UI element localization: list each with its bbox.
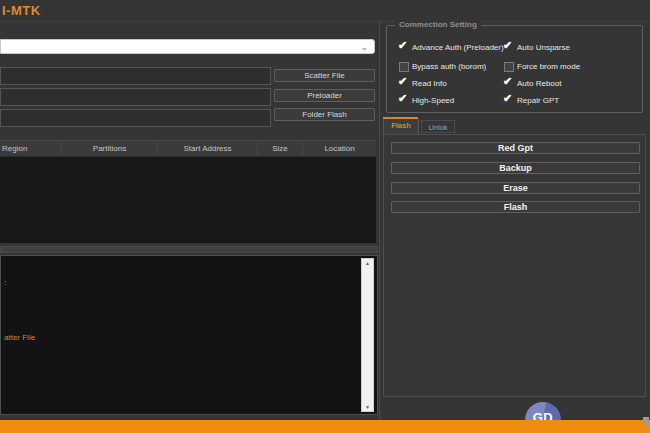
- checkbox-icon[interactable]: [398, 95, 408, 105]
- log-text: : atter File p eset + Frp eset erdata + …: [4, 259, 359, 433]
- resize-grip[interactable]: [643, 417, 649, 425]
- column-header-start-address[interactable]: Start Address: [158, 141, 258, 156]
- checkbox-auto-unsparse[interactable]: Auto Unsparse: [503, 41, 570, 53]
- panel-divider: [379, 21, 380, 433]
- checkbox-auto-reboot[interactable]: Auto Reboot: [503, 77, 561, 89]
- checkbox-read-info[interactable]: Read Info: [398, 77, 447, 89]
- window-title: I-MTK: [2, 3, 41, 18]
- checkbox-icon[interactable]: [503, 78, 513, 88]
- checkbox-icon[interactable]: [398, 78, 408, 88]
- tab-unlok[interactable]: Unlok: [421, 120, 455, 133]
- checkbox-repair-gpt[interactable]: Repair GPT: [503, 94, 559, 106]
- scroll-up-icon[interactable]: ▲: [362, 260, 373, 266]
- column-header-partitions[interactable]: Partitions: [62, 141, 158, 156]
- title-bar: I-MTK: [0, 0, 650, 21]
- progress-bar: [0, 420, 650, 433]
- table-body[interactable]: [0, 157, 376, 243]
- checkbox-high-speed[interactable]: High-Speed: [398, 94, 454, 106]
- scatter-file-button[interactable]: Scatter File: [274, 69, 375, 82]
- table-header-row: Region Partitions Start Address Size Loc…: [0, 140, 376, 157]
- chevron-down-icon[interactable]: ⌄: [360, 40, 368, 54]
- checkbox-label: High-Speed: [412, 96, 454, 105]
- preloader-button[interactable]: Preloader: [274, 89, 375, 102]
- log-console[interactable]: : atter File p eset + Frp eset erdata + …: [0, 255, 378, 415]
- red-gpt-button[interactable]: Red Gpt: [391, 142, 640, 154]
- checkbox-force-brom[interactable]: Force brom mode: [503, 60, 580, 72]
- checkbox-icon[interactable]: [398, 42, 408, 52]
- checkbox-bypass-auth[interactable]: Bypass auth (borom): [398, 60, 486, 72]
- divider: [0, 22, 650, 23]
- checkbox-label: Bypass auth (borom): [412, 62, 486, 71]
- log-line: [4, 389, 359, 398]
- log-line: atter File: [4, 333, 359, 342]
- column-header-region[interactable]: Region: [0, 141, 62, 156]
- log-line: [4, 305, 359, 314]
- partitions-table: Region Partitions Start Address Size Loc…: [0, 140, 376, 243]
- checkbox-icon[interactable]: [503, 42, 513, 52]
- backup-button[interactable]: Backup: [391, 162, 640, 174]
- app-window: I-MTK ⌄ Scatter File Preloader Folder Fl…: [0, 0, 650, 433]
- preloader-input[interactable]: [0, 88, 271, 106]
- log-line: [4, 361, 359, 370]
- folder-flash-button[interactable]: Folder Flash: [274, 108, 375, 121]
- checkbox-icon[interactable]: [503, 61, 513, 71]
- group-title: Commection Setting: [395, 20, 481, 29]
- scatter-file-input[interactable]: [0, 67, 271, 85]
- device-combobox[interactable]: ⌄: [0, 39, 375, 54]
- log-line: :: [4, 278, 359, 287]
- tab-flash[interactable]: Flash: [383, 119, 419, 134]
- erase-button[interactable]: Erase: [391, 182, 640, 194]
- column-header-location[interactable]: Location: [303, 141, 376, 156]
- table-horizontal-scrollbar[interactable]: [0, 246, 378, 253]
- scroll-down-icon[interactable]: ▼: [362, 404, 373, 410]
- checkbox-icon[interactable]: [503, 95, 513, 105]
- checkbox-label: Auto Unsparse: [517, 43, 570, 52]
- checkbox-label: Advance Auth (Preloader): [412, 43, 504, 52]
- checkbox-label: Auto Reboot: [517, 79, 561, 88]
- checkbox-label: Force brom mode: [517, 62, 580, 71]
- flash-button[interactable]: Flash: [391, 201, 640, 213]
- checkbox-label: Repair GPT: [517, 96, 559, 105]
- checkbox-label: Read Info: [412, 79, 447, 88]
- folder-flash-input[interactable]: [0, 109, 271, 127]
- checkbox-advance-auth[interactable]: Advance Auth (Preloader): [398, 41, 504, 53]
- checkbox-icon[interactable]: [398, 61, 408, 71]
- log-vertical-scrollbar[interactable]: ▲ ▼: [361, 258, 374, 412]
- column-header-size[interactable]: Size: [258, 141, 303, 156]
- flash-tab-panel: Red Gpt Backup Erase Flash: [383, 134, 646, 397]
